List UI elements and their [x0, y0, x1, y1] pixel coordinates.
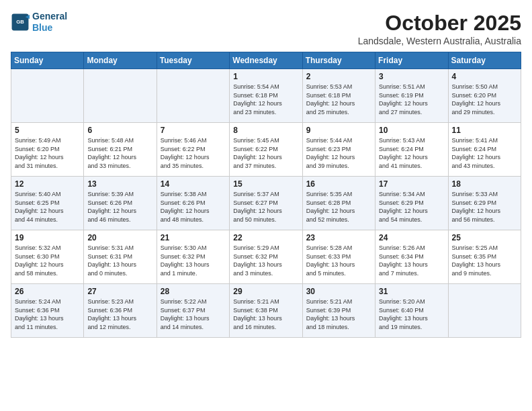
header-tuesday: Tuesday	[157, 52, 229, 69]
calendar-cell: 30Sunrise: 5:21 AM Sunset: 6:39 PM Dayli…	[302, 284, 375, 338]
day-number: 26	[15, 287, 80, 296]
header-friday: Friday	[375, 52, 448, 69]
calendar-cell	[11, 69, 84, 123]
calendar-cell: 1Sunrise: 5:54 AM Sunset: 6:18 PM Daylig…	[230, 69, 302, 123]
day-number: 10	[379, 126, 444, 135]
calendar-cell: 25Sunrise: 5:25 AM Sunset: 6:35 PM Dayli…	[448, 230, 521, 284]
month-title: October 2025	[358, 11, 521, 36]
day-number: 17	[379, 179, 444, 189]
calendar-cell: 21Sunrise: 5:30 AM Sunset: 6:32 PM Dayli…	[157, 230, 229, 284]
calendar-cell: 13Sunrise: 5:39 AM Sunset: 6:26 PM Dayli…	[84, 177, 157, 230]
day-detail: Sunrise: 5:35 AM Sunset: 6:28 PM Dayligh…	[306, 190, 371, 224]
calendar-cell: 31Sunrise: 5:20 AM Sunset: 6:40 PM Dayli…	[375, 284, 448, 338]
day-detail: Sunrise: 5:21 AM Sunset: 6:38 PM Dayligh…	[233, 298, 298, 331]
calendar-cell	[84, 69, 157, 123]
day-number: 25	[452, 233, 517, 242]
day-number: 11	[452, 126, 517, 135]
calendar-cell: 19Sunrise: 5:32 AM Sunset: 6:30 PM Dayli…	[11, 230, 84, 284]
location-title: Landsdale, Western Australia, Australia	[358, 36, 521, 46]
day-number: 31	[379, 287, 444, 296]
calendar-table: Sunday Monday Tuesday Wednesday Thursday…	[11, 52, 521, 338]
week-row-5: 26Sunrise: 5:24 AM Sunset: 6:36 PM Dayli…	[11, 284, 521, 338]
day-detail: Sunrise: 5:50 AM Sunset: 6:20 PM Dayligh…	[452, 83, 517, 116]
day-detail: Sunrise: 5:29 AM Sunset: 6:32 PM Dayligh…	[233, 244, 298, 277]
header-monday: Monday	[84, 52, 157, 69]
day-number: 15	[233, 179, 298, 189]
calendar-cell: 8Sunrise: 5:45 AM Sunset: 6:22 PM Daylig…	[230, 123, 302, 177]
logo-line1: General	[32, 11, 67, 22]
day-number: 28	[161, 287, 226, 296]
header-wednesday: Wednesday	[230, 52, 302, 69]
day-detail: Sunrise: 5:24 AM Sunset: 6:36 PM Dayligh…	[15, 298, 80, 331]
logo-line2: Blue	[32, 22, 67, 34]
calendar-cell: 2Sunrise: 5:53 AM Sunset: 6:18 PM Daylig…	[302, 69, 375, 123]
day-number: 5	[15, 126, 80, 135]
day-number: 1	[233, 72, 298, 81]
day-number: 27	[87, 287, 152, 296]
day-detail: Sunrise: 5:40 AM Sunset: 6:25 PM Dayligh…	[15, 190, 80, 224]
calendar-cell: 16Sunrise: 5:35 AM Sunset: 6:28 PM Dayli…	[302, 177, 375, 230]
day-number: 24	[379, 233, 444, 242]
day-number: 12	[15, 179, 80, 189]
day-detail: Sunrise: 5:41 AM Sunset: 6:24 PM Dayligh…	[452, 136, 517, 170]
calendar-cell: 5Sunrise: 5:49 AM Sunset: 6:20 PM Daylig…	[11, 123, 84, 177]
day-detail: Sunrise: 5:22 AM Sunset: 6:37 PM Dayligh…	[161, 298, 226, 331]
calendar-cell: 3Sunrise: 5:51 AM Sunset: 6:19 PM Daylig…	[375, 69, 448, 123]
day-detail: Sunrise: 5:26 AM Sunset: 6:34 PM Dayligh…	[379, 244, 444, 277]
svg-text:GB: GB	[16, 18, 24, 24]
calendar-cell: 18Sunrise: 5:33 AM Sunset: 6:29 PM Dayli…	[448, 177, 521, 230]
day-number: 6	[87, 126, 152, 135]
day-detail: Sunrise: 5:48 AM Sunset: 6:21 PM Dayligh…	[87, 136, 152, 170]
calendar-cell: 27Sunrise: 5:23 AM Sunset: 6:36 PM Dayli…	[84, 284, 157, 338]
calendar-cell	[157, 69, 229, 123]
week-row-2: 5Sunrise: 5:49 AM Sunset: 6:20 PM Daylig…	[11, 123, 521, 177]
day-detail: Sunrise: 5:30 AM Sunset: 6:32 PM Dayligh…	[161, 244, 226, 277]
week-row-4: 19Sunrise: 5:32 AM Sunset: 6:30 PM Dayli…	[11, 230, 521, 284]
day-number: 13	[87, 179, 152, 189]
calendar-cell: 6Sunrise: 5:48 AM Sunset: 6:21 PM Daylig…	[84, 123, 157, 177]
day-detail: Sunrise: 5:54 AM Sunset: 6:18 PM Dayligh…	[233, 83, 298, 116]
day-detail: Sunrise: 5:21 AM Sunset: 6:39 PM Dayligh…	[306, 298, 371, 331]
calendar-cell: 24Sunrise: 5:26 AM Sunset: 6:34 PM Dayli…	[375, 230, 448, 284]
day-detail: Sunrise: 5:46 AM Sunset: 6:22 PM Dayligh…	[161, 136, 226, 170]
day-number: 30	[306, 287, 371, 296]
day-number: 8	[233, 126, 298, 135]
day-number: 16	[306, 179, 371, 189]
header-saturday: Saturday	[448, 52, 521, 69]
day-number: 22	[233, 233, 298, 242]
day-number: 21	[161, 233, 226, 242]
page-header: GB General Blue October 2025 Landsdale, …	[11, 11, 521, 46]
day-number: 7	[161, 126, 226, 135]
day-detail: Sunrise: 5:31 AM Sunset: 6:31 PM Dayligh…	[87, 244, 152, 277]
day-number: 2	[306, 72, 371, 81]
calendar-cell: 22Sunrise: 5:29 AM Sunset: 6:32 PM Dayli…	[230, 230, 302, 284]
calendar-cell: 15Sunrise: 5:37 AM Sunset: 6:27 PM Dayli…	[230, 177, 302, 230]
calendar-cell: 23Sunrise: 5:28 AM Sunset: 6:33 PM Dayli…	[302, 230, 375, 284]
calendar-cell: 12Sunrise: 5:40 AM Sunset: 6:25 PM Dayli…	[11, 177, 84, 230]
day-detail: Sunrise: 5:49 AM Sunset: 6:20 PM Dayligh…	[15, 136, 80, 170]
day-detail: Sunrise: 5:37 AM Sunset: 6:27 PM Dayligh…	[233, 190, 298, 224]
day-number: 20	[87, 233, 152, 242]
day-number: 3	[379, 72, 444, 81]
day-detail: Sunrise: 5:51 AM Sunset: 6:19 PM Dayligh…	[379, 83, 444, 116]
day-number: 18	[452, 179, 517, 189]
title-area: October 2025 Landsdale, Western Australi…	[358, 11, 521, 46]
calendar-cell: 29Sunrise: 5:21 AM Sunset: 6:38 PM Dayli…	[230, 284, 302, 338]
header-thursday: Thursday	[302, 52, 375, 69]
day-detail: Sunrise: 5:25 AM Sunset: 6:35 PM Dayligh…	[452, 244, 517, 277]
week-row-3: 12Sunrise: 5:40 AM Sunset: 6:25 PM Dayli…	[11, 177, 521, 230]
day-number: 19	[15, 233, 80, 242]
day-detail: Sunrise: 5:34 AM Sunset: 6:29 PM Dayligh…	[379, 190, 444, 224]
calendar-cell: 26Sunrise: 5:24 AM Sunset: 6:36 PM Dayli…	[11, 284, 84, 338]
calendar-cell: 10Sunrise: 5:43 AM Sunset: 6:24 PM Dayli…	[375, 123, 448, 177]
calendar-cell: 11Sunrise: 5:41 AM Sunset: 6:24 PM Dayli…	[448, 123, 521, 177]
day-number: 14	[161, 179, 226, 189]
logo-icon: GB	[11, 13, 30, 32]
day-detail: Sunrise: 5:33 AM Sunset: 6:29 PM Dayligh…	[452, 190, 517, 224]
calendar-cell: 9Sunrise: 5:44 AM Sunset: 6:23 PM Daylig…	[302, 123, 375, 177]
day-detail: Sunrise: 5:28 AM Sunset: 6:33 PM Dayligh…	[306, 244, 371, 277]
calendar-cell	[448, 284, 521, 338]
day-detail: Sunrise: 5:53 AM Sunset: 6:18 PM Dayligh…	[306, 83, 371, 116]
calendar-cell: 28Sunrise: 5:22 AM Sunset: 6:37 PM Dayli…	[157, 284, 229, 338]
day-detail: Sunrise: 5:20 AM Sunset: 6:40 PM Dayligh…	[379, 298, 444, 331]
